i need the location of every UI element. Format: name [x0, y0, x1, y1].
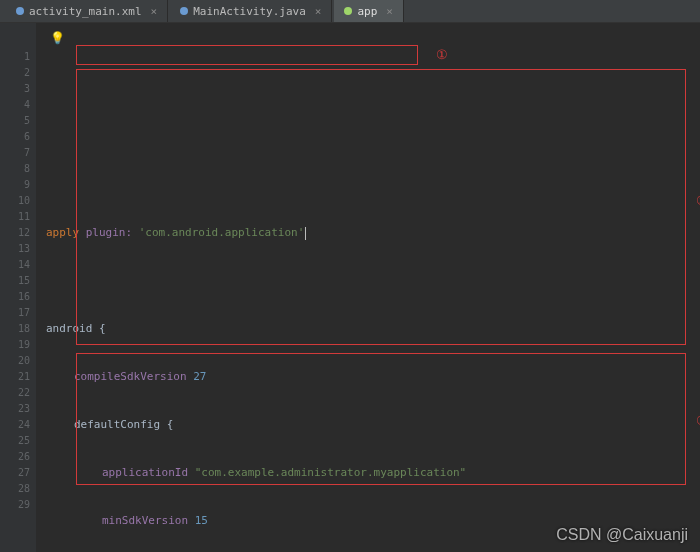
line-number: 22 [0, 385, 30, 401]
tab-label: MainActivity.java [193, 5, 306, 18]
text-cursor [305, 227, 306, 240]
gradle-icon [344, 7, 352, 15]
line-number: 4 [0, 97, 30, 113]
line-number: 8 [0, 161, 30, 177]
line-number: 7 [0, 145, 30, 161]
line-number: 9 [0, 177, 30, 193]
line-number: 21 [0, 369, 30, 385]
line-number: 26 [0, 449, 30, 465]
line-number: 10 [0, 193, 30, 209]
line-number: 19 [0, 337, 30, 353]
code-line: defaultConfig { [46, 417, 692, 433]
xml-icon [16, 7, 24, 15]
line-number: 1 [0, 49, 30, 65]
tab-label: app [357, 5, 377, 18]
code-line: apply plugin: 'com.android.application' [46, 225, 692, 241]
line-number: 5 [0, 113, 30, 129]
line-number: 27 [0, 465, 30, 481]
tab-label: activity_main.xml [29, 5, 142, 18]
line-number: 24 [0, 417, 30, 433]
annotation-label-3: ③ [696, 413, 700, 429]
code-editor[interactable]: ① ② ③ apply plugin: 'com.android.applica… [36, 23, 700, 552]
annotation-box-2 [76, 69, 686, 345]
tab-main-activity-java[interactable]: MainActivity.java × [170, 0, 332, 22]
editor-area[interactable]: 💡 12345678910111213141516171819202122232… [0, 23, 700, 552]
close-icon[interactable]: × [151, 5, 158, 18]
line-number: 16 [0, 289, 30, 305]
line-number: 17 [0, 305, 30, 321]
annotation-box-1 [76, 45, 418, 65]
line-number: 14 [0, 257, 30, 273]
line-number: 3 [0, 81, 30, 97]
ide-root: activity_main.xml × MainActivity.java × … [0, 0, 700, 552]
tab-app-gradle[interactable]: app × [334, 0, 404, 22]
line-number: 6 [0, 129, 30, 145]
code-line: android { [46, 321, 692, 337]
watermark: CSDN @Caixuanji [556, 526, 688, 544]
line-number: 15 [0, 273, 30, 289]
annotation-label-1: ① [436, 47, 448, 63]
line-number: 13 [0, 241, 30, 257]
code-line: applicationId "com.example.administrator… [46, 465, 692, 481]
line-number-gutter: 1234567891011121314151617181920212223242… [0, 23, 36, 552]
line-number: 11 [0, 209, 30, 225]
line-number: 20 [0, 353, 30, 369]
code-line: compileSdkVersion 27 [46, 369, 692, 385]
tab-activity-main-xml[interactable]: activity_main.xml × [6, 0, 168, 22]
line-number: 2 [0, 65, 30, 81]
line-number: 25 [0, 433, 30, 449]
close-icon[interactable]: × [386, 5, 393, 18]
annotation-label-2: ② [696, 193, 700, 209]
line-number: 23 [0, 401, 30, 417]
editor-tabbar: activity_main.xml × MainActivity.java × … [0, 0, 700, 23]
line-number: 29 [0, 497, 30, 513]
line-number: 18 [0, 321, 30, 337]
line-number: 28 [0, 481, 30, 497]
line-number: 12 [0, 225, 30, 241]
close-icon[interactable]: × [315, 5, 322, 18]
java-icon [180, 7, 188, 15]
